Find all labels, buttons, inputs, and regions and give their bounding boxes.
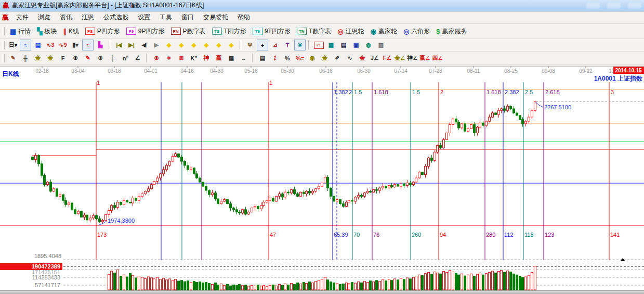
- pct-lines-button[interactable]: %=: [294, 53, 306, 63]
- gold-under-button[interactable]: 金: [357, 53, 368, 63]
- hexagon-button[interactable]: ◎六角形: [400, 25, 433, 37]
- gold-angle-button[interactable]: 金∠: [394, 53, 405, 63]
- volume-bar: [282, 285, 284, 290]
- crosshair-button[interactable]: +: [257, 40, 268, 50]
- menu-item-7[interactable]: 工具: [155, 11, 177, 23]
- j-angle-button[interactable]: J∠: [369, 53, 380, 63]
- slash-pct-button[interactable]: ⁒: [269, 53, 281, 63]
- workstation-button[interactable]: ▥: [375, 40, 387, 50]
- diamond-left-button[interactable]: ◆: [163, 40, 175, 50]
- grid-123-button[interactable]: ▦: [226, 53, 237, 63]
- hand-button[interactable]: Ψ: [244, 40, 256, 50]
- menu-item-8[interactable]: 窗口: [177, 11, 199, 23]
- calculator-button[interactable]: ▦: [325, 40, 337, 50]
- gold-ruler-button[interactable]: 金: [32, 53, 44, 63]
- svg-text:114283433: 114283433: [32, 274, 60, 280]
- kline-chart[interactable]: 02-1803-0403-1804-0104-1604-3005-1605-30…: [0, 65, 644, 290]
- angle-button[interactable]: ∠: [132, 53, 143, 63]
- quote-button[interactable]: ▦行情: [7, 25, 34, 37]
- winner-wheel-button[interactable]: ◉赢家轮: [367, 25, 400, 37]
- export-button[interactable]: ◍: [363, 40, 374, 50]
- width-button[interactable]: ↔: [238, 53, 249, 63]
- red-pen-button[interactable]: ✎: [82, 53, 94, 63]
- gold-circle-button[interactable]: ◉: [307, 53, 318, 63]
- window-controls[interactable]: [586, 3, 641, 8]
- 9t-square-button[interactable]: T99T四方形: [249, 25, 294, 37]
- candle-body: [297, 194, 299, 196]
- candle-body: [215, 193, 217, 199]
- gann-brain-button[interactable]: ※: [294, 40, 306, 50]
- f-ruler-button[interactable]: F: [57, 53, 69, 63]
- shen-angle-button[interactable]: 神∠: [406, 53, 418, 63]
- notes-button[interactable]: ▤: [338, 40, 349, 50]
- candle-body: [510, 106, 512, 109]
- measure-button[interactable]: ⊿: [269, 40, 281, 50]
- candle-body: [151, 185, 153, 189]
- zoom-area-button[interactable]: ≈: [20, 40, 31, 50]
- t-square-button[interactable]: TST四方形: [209, 25, 249, 37]
- candle-body: [336, 200, 338, 201]
- next-button[interactable]: ▶: [151, 40, 162, 50]
- close-button[interactable]: [628, 3, 641, 8]
- calendar-button[interactable]: 21: [313, 40, 324, 50]
- gann-p-button[interactable]: Ŧ: [282, 40, 293, 50]
- gold-line-button[interactable]: 金: [319, 53, 331, 63]
- gold-ruler2-button[interactable]: 金: [45, 53, 56, 63]
- maximize-button[interactable]: [607, 3, 621, 8]
- f-angle-button[interactable]: F∠: [382, 53, 393, 63]
- k-quote-button[interactable]: K": [188, 53, 200, 63]
- info-button[interactable]: ▤: [32, 40, 44, 50]
- last-page-button[interactable]: ▶|: [126, 40, 137, 50]
- diamond-h-button[interactable]: ◆: [188, 40, 200, 50]
- diamond-right-button[interactable]: ◆: [176, 40, 187, 50]
- list-pct-button[interactable]: ▤: [257, 53, 268, 63]
- pen-1-button[interactable]: ✐: [332, 53, 343, 63]
- diamond-star-button[interactable]: ◆: [213, 40, 225, 50]
- wave-button[interactable]: ∿: [344, 53, 356, 63]
- menu-item-10[interactable]: 帮助: [233, 11, 255, 23]
- menu-item-5[interactable]: 公式选股: [99, 11, 133, 23]
- diamond-cross-button[interactable]: ◆: [226, 40, 237, 50]
- sector-button[interactable]: ▚板块: [34, 25, 60, 37]
- prev-button[interactable]: ◀: [138, 40, 150, 50]
- gann-wheel-button[interactable]: ◎江恩轮: [334, 25, 367, 37]
- menu-item-4[interactable]: 江恩: [77, 11, 99, 23]
- win-angle-button[interactable]: 赢∠: [419, 53, 430, 63]
- target-button[interactable]: ⊕: [151, 53, 162, 63]
- circle-ruler-button[interactable]: ⊕: [95, 53, 106, 63]
- menu-item-6[interactable]: 设置: [133, 11, 155, 23]
- star-web-button[interactable]: ∗: [163, 53, 175, 63]
- kline-button[interactable]: ∥K线: [60, 25, 82, 37]
- candle-body: [220, 201, 222, 204]
- menu-item-3[interactable]: 资讯: [55, 11, 77, 23]
- brush-button[interactable]: ✎: [7, 53, 19, 63]
- trend-button[interactable]: ≈: [82, 40, 94, 50]
- four-angle-button[interactable]: 四∠: [431, 53, 443, 63]
- wave9-button[interactable]: ∿9: [57, 40, 69, 50]
- winner-service-button[interactable]: $赢家服务: [433, 25, 470, 37]
- candle-style-button[interactable]: ▮▾: [70, 40, 81, 50]
- wave3-button[interactable]: ∿3: [45, 40, 56, 50]
- win-grid-button[interactable]: 赢: [213, 53, 225, 63]
- p-square-button[interactable]: PSP四方形: [82, 25, 123, 37]
- ruler2-button[interactable]: ╪: [107, 53, 119, 63]
- period-button[interactable]: 日▾: [7, 40, 19, 50]
- menu-item-9[interactable]: 交易委托: [199, 11, 233, 23]
- shen-grid-button[interactable]: 神: [201, 53, 212, 63]
- menu-item-2[interactable]: 浏览: [33, 11, 55, 23]
- grid-star-button[interactable]: ⊠: [176, 53, 187, 63]
- ruler-button[interactable]: ╫: [20, 53, 31, 63]
- first-page-button[interactable]: |◀: [113, 40, 125, 50]
- histogram-button[interactable]: ▙: [95, 40, 106, 50]
- save-button[interactable]: ▣: [350, 40, 362, 50]
- menu-item-1[interactable]: 文件: [11, 11, 33, 23]
- p-table-button[interactable]: PNP数字表: [168, 25, 209, 37]
- volume-bar: [452, 272, 454, 290]
- spiral-button[interactable]: ⊚: [70, 53, 81, 63]
- minimize-button[interactable]: [586, 3, 600, 8]
- n-square-button[interactable]: n²: [120, 53, 131, 63]
- t-table-button[interactable]: TNT数字表: [294, 25, 334, 37]
- percent-button[interactable]: %: [282, 53, 293, 63]
- 9p-square-button[interactable]: P99P四方形: [123, 25, 168, 37]
- diamond-x-button[interactable]: ◆: [201, 40, 212, 50]
